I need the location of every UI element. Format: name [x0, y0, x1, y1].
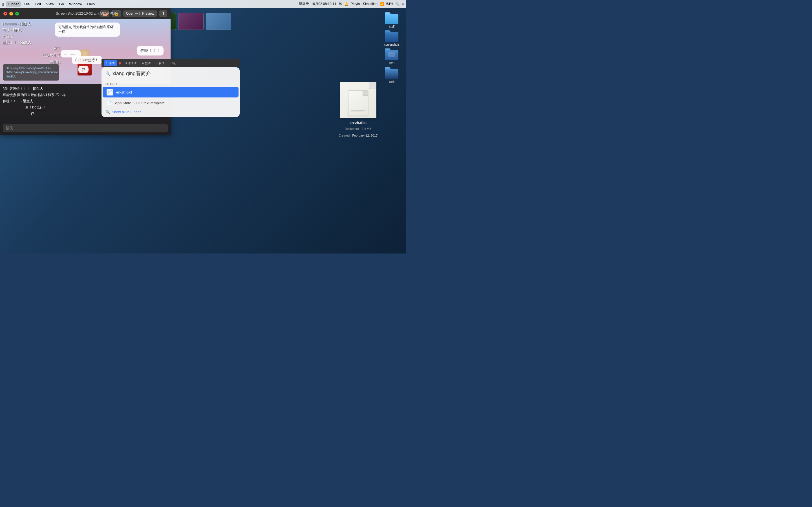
show-all-finder-icon: 🔍 — [105, 110, 110, 114]
spotlight-overlay: 1 详情 3 详情请 4 想请 5 乡情 6 相厂 ⌄ 🔍 xiang qing… — [101, 59, 240, 117]
spotlight-result-appstore[interactable]: 📄 App Store_2.0.0_text-template — [101, 98, 240, 108]
chat-msg-emmmm: emmmm - 陌生人 — [2, 21, 31, 26]
menubar-notification-icon[interactable]: 🔔 — [344, 2, 349, 6]
traffic-light-close[interactable]: ✕ — [3, 12, 7, 15]
folder-screenshots[interactable]: screenshots — [384, 31, 400, 46]
spotlight-tabs-bar: 1 详情 3 详情请 4 想请 5 乡情 6 相厂 ⌄ — [101, 59, 240, 67]
menubar-window[interactable]: Window — [67, 1, 84, 7]
icon-row-2: screenshots — [380, 31, 404, 46]
apple-menu[interactable]:  — [2, 2, 4, 6]
file-preview-meta: Document - 2.4 MB — [345, 127, 371, 130]
menubar-bluetooth-icon[interactable]: ⌘ — [339, 2, 342, 6]
file-preview-icon — [340, 82, 376, 118]
menubar-ime[interactable]: Pinyin - Simplified — [351, 2, 377, 6]
spotlight-result-en-zh[interactable]: 📄 en-zh.dict — [103, 87, 239, 98]
desktop-icons-panel: stuff screenshots 导出 — [378, 10, 406, 86]
chat-msg-falianjie: 发链接 — [2, 34, 31, 39]
balloon-youne-text: 你呢！！！ — [140, 48, 160, 53]
menubar-go[interactable]: Go — [57, 1, 66, 7]
file-preview-date: February 12, 2017 — [352, 134, 377, 137]
url-text: https://sky.163.com/yqlj/?i=uPEQJG-dRf69… — [6, 67, 59, 78]
chat-msg-male: 麻了 — [53, 46, 61, 51]
spotlight-tab-5[interactable]: 5 乡情 — [154, 60, 167, 66]
chat-placeholder: 聊天... — [6, 126, 16, 130]
file-preview-filename: en-zh.dict — [350, 121, 367, 125]
folder-stuff-label: stuff — [389, 25, 395, 28]
balloon-dots-text: ………… — [64, 52, 78, 56]
folder-export-label: 导出 — [389, 61, 395, 65]
menubar-wifi-icon[interactable]: 📶 — [380, 2, 384, 6]
spotlight-search-icon: 🔍 — [105, 71, 110, 76]
window-titlebar: ✕ − + Screen Shot 2022-10-02 at 7.59.59 … — [0, 8, 170, 19]
file-preview-panel: en-zh.dict Document - 2.4 MB Created Feb… — [330, 82, 386, 137]
result-icon-en-zh: 📄 — [107, 89, 113, 96]
spotlight-tab-4[interactable]: 4 想请 — [140, 60, 153, 66]
menubar-search-icon[interactable]: 🔍 — [395, 2, 400, 6]
result-name-en-zh: en-zh.dict — [116, 90, 132, 94]
menubar-time: 10月02·08:18:11 — [311, 2, 336, 6]
menubar-battery: 54% — [386, 2, 393, 6]
spotlight-tab-1[interactable]: 1 详情 — [104, 60, 117, 66]
balloon-question-text: (? — [82, 67, 85, 71]
chat-msg-lianjie-fail: 链接发不了 — [42, 53, 61, 58]
spotlight-tab-6[interactable]: 6 相厂 — [167, 60, 181, 66]
chat-left-messages: emmmm - 陌生人 可以 - 陌生人 发链接 链接！！ - 陌生人 — [2, 21, 31, 46]
spotlight-section-other: OTHER — [101, 80, 240, 87]
traffic-light-minimize[interactable]: − — [9, 12, 13, 15]
chat-msg-keyi: 可以 - 陌生人 — [2, 27, 31, 33]
spotlight-chevron-icon[interactable]: ⌄ — [235, 61, 238, 65]
traffic-light-maximize[interactable]: + — [15, 12, 19, 15]
balloon-question: (? — [79, 66, 89, 73]
balloon-youne: 你呢！！！ — [137, 46, 163, 55]
menubar-file[interactable]: File — [21, 1, 32, 7]
spotlight-tab-3[interactable]: 3 详情请 — [123, 60, 139, 66]
file-preview-created-label: Created February 12, 2017 — [339, 134, 377, 137]
thumbnail-5[interactable] — [206, 13, 231, 30]
spotlight-tab-dot[interactable] — [119, 62, 121, 64]
menubar:  Finder File Edit View Go Window Help 星… — [0, 0, 406, 8]
spotlight-search-area: 🔍 xiang qing看简介 — [101, 67, 240, 80]
thumbnail-4[interactable] — [178, 13, 204, 30]
result-name-appstore: App Store_2.0.0_text-template — [115, 101, 165, 105]
menubar-right: 星期天 10月02·08:18:11 ⌘ 🔔 Pinyin - Simplifi… — [299, 2, 404, 6]
balloon-center-text: 可能慢点 因为我自带的粘贴板和系t不一样 — [58, 25, 114, 34]
chat-right-messages: 麻了 链接发不了 模拟机 — [42, 46, 61, 66]
chat-input-area[interactable]: 聊天... — [3, 124, 168, 132]
folder-dongman[interactable]: 动漫 — [385, 67, 399, 84]
chat-msg-simulator: 模拟机 — [50, 59, 61, 64]
balloon-white-kio-text: 白！kio也行！ — [75, 58, 98, 62]
menubar-control-strip[interactable]: ≡ — [402, 2, 404, 6]
folder-export[interactable]: 导出 — [385, 48, 399, 65]
balloon-white-kio: 白！kio也行！ — [72, 56, 102, 64]
created-label: Created — [339, 134, 350, 137]
menubar-finder[interactable]: Finder — [6, 1, 21, 7]
menubar-view[interactable]: View — [44, 1, 56, 7]
chat-msg-lianjie: 链接！！ - 陌生人 — [2, 40, 31, 45]
menubar-edit[interactable]: Edit — [33, 1, 43, 7]
balloon-center: 可能慢点 因为我自带的粘贴板和系t不一样 — [55, 22, 120, 37]
folder-screenshots-label: screenshots — [384, 43, 400, 46]
open-with-preview-button[interactable]: Open with Preview — [123, 10, 157, 17]
show-all-finder-text: Show all in Finder... — [112, 110, 144, 114]
spotlight-input-text[interactable]: xiang qing看简介 — [112, 70, 151, 77]
spotlight-results: OTHER 📄 en-zh.dict 📄 App Store_2.0.0_tex… — [101, 80, 240, 117]
result-icon-appstore: 📄 — [105, 100, 112, 106]
folder-dongman-label: 动漫 — [389, 80, 395, 84]
url-bubble: https://sky.163.com/yqlj/?i=uPEQJG-dRf69… — [3, 64, 59, 80]
icon-row-1: stuff — [380, 12, 404, 28]
icon-row-3: 导出 — [380, 48, 404, 65]
more-icon-btn[interactable]: ⬆ — [159, 10, 167, 17]
show-all-finder-link[interactable]: 🔍 Show all in Finder... — [101, 108, 240, 117]
folder-stuff[interactable]: stuff — [385, 12, 399, 28]
menubar-weekday: 星期天 — [299, 2, 309, 6]
window-title: Screen Shot 2022-10-02 at 7.59.59 PM — [56, 11, 115, 15]
menubar-help[interactable]: Help — [85, 1, 97, 7]
